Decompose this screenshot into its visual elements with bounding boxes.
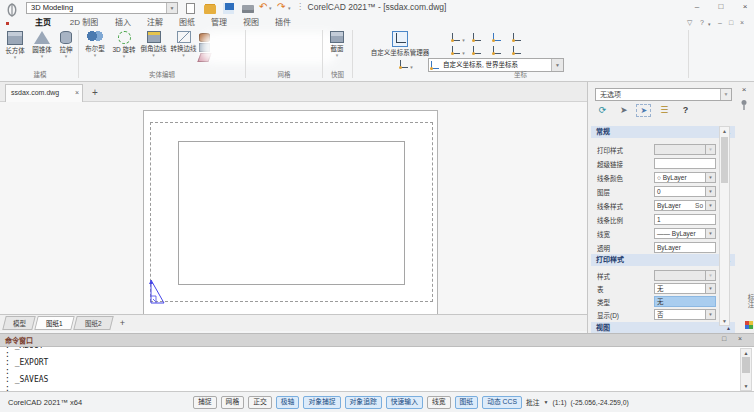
chevron-down-icon[interactable]: ▼ xyxy=(706,200,716,211)
axis-dropdown-icon: ▾ xyxy=(462,50,465,56)
transparency-field[interactable]: ByLayer xyxy=(654,242,716,253)
chevron-down-icon[interactable]: ▼ xyxy=(706,283,716,294)
annotation-label[interactable]: 批注 xyxy=(526,397,540,407)
help-icon[interactable]: ? xyxy=(677,103,694,118)
section-button[interactable]: 截面 ▾ xyxy=(325,31,349,57)
convert-edges-button[interactable]: 转换边线 ▾ xyxy=(169,31,198,57)
cone-button[interactable]: 圆锥体 ▾ xyxy=(29,31,55,58)
boolean-button[interactable]: 布尔型 ▾ xyxy=(81,31,109,57)
chamfer-dropdown-icon: ▾ xyxy=(139,53,168,57)
box-button[interactable]: 长方体 ▾ xyxy=(2,31,28,59)
scroll-up-icon[interactable]: ▲ xyxy=(720,128,729,134)
layer-select[interactable]: 0 xyxy=(654,186,706,197)
toggle-snap[interactable]: 捕捉 xyxy=(193,396,217,409)
ccs-row-1[interactable]: ▾ xyxy=(452,33,521,43)
section-general[interactable]: 常规 ▲ xyxy=(591,126,735,138)
tab-view[interactable]: 视图 xyxy=(236,16,266,30)
chevron-down-icon[interactable]: ▼ xyxy=(706,309,716,320)
refresh-selection-icon[interactable]: ⟳ xyxy=(594,103,611,118)
chevron-down-icon[interactable]: ▼ xyxy=(706,172,716,183)
ccs-manager-button[interactable]: 自定义坐标系管理器 xyxy=(352,31,448,56)
line-color-select[interactable]: ○ ByLayer xyxy=(654,172,706,183)
tab-home[interactable]: 主页 xyxy=(26,16,60,30)
toggle-esnap[interactable]: 对象捕捉 xyxy=(303,396,340,409)
chevron-down-icon[interactable]: ▼ xyxy=(706,186,716,197)
extrude-button[interactable]: 拉伸 ▾ xyxy=(55,31,77,58)
scroll-up-icon[interactable]: ▲ xyxy=(741,350,751,356)
line-style-select[interactable]: ByLayerSo xyxy=(654,200,706,211)
scrollbar-thumb[interactable] xyxy=(742,357,750,373)
row-type: 类型 无 xyxy=(591,296,735,308)
type-field-selected[interactable]: 无 xyxy=(654,296,716,307)
properties-palette: 无选项 ▼ × ⟳ ➤ ➤ ☰ ? 常规 ▲ 打印样式 ▼ 超级链接 线条颜色 … xyxy=(587,82,754,333)
sheet-tab-bar: 模型 图纸1 图纸2 + xyxy=(0,314,587,331)
table-select[interactable]: 无 xyxy=(654,283,706,294)
section-print-style[interactable]: 打印样式 ▲ xyxy=(591,254,735,266)
axis-dropdown-icon: ▾ xyxy=(462,37,465,43)
pointer-icon[interactable]: ➤ xyxy=(615,103,632,118)
chevron-down-icon: ▼ xyxy=(706,144,716,155)
palette-scrollbar[interactable]: ▲ ▼ xyxy=(719,126,730,326)
scrollbar-thumb[interactable] xyxy=(721,137,728,183)
toggle-grid[interactable]: 网格 xyxy=(221,396,245,409)
drawing-canvas[interactable] xyxy=(0,102,587,314)
command-scrollbar[interactable]: ▲ ▼ xyxy=(740,348,752,391)
toggle-polar[interactable]: 极轴 xyxy=(276,396,300,409)
title-bar: 3D Modeling ▼ ↶ ▾ ↷ ▾ ⋮ CorelCAD 2021™ -… xyxy=(0,0,754,16)
window-minimize-button[interactable]: – xyxy=(688,1,706,13)
document-tab-close-icon[interactable]: × xyxy=(75,85,79,101)
scroll-down-icon[interactable]: ▼ xyxy=(720,318,729,324)
help-icon[interactable]: ? xyxy=(700,17,704,28)
new-sheet-button[interactable]: + xyxy=(116,317,129,330)
tab-addons[interactable]: 插件 xyxy=(268,16,298,30)
annotation-dropdown-icon[interactable]: ▼ xyxy=(544,399,549,405)
rotate-3d-button[interactable]: 3D 旋转 ▾ xyxy=(110,31,138,58)
palette-side-tab[interactable]: 标注 xyxy=(745,294,754,309)
palette-colors-icon xyxy=(745,321,753,329)
doc-restore-button[interactable]: □ xyxy=(729,17,733,28)
line-weight-select[interactable]: —— ByLayer xyxy=(654,228,706,239)
window-restore-button[interactable]: □ xyxy=(712,1,730,13)
chamfer-edges-button[interactable]: 倒角边线 ▾ xyxy=(139,31,168,57)
sheet-tab-sheet2[interactable]: 图纸2 xyxy=(73,316,113,330)
window-close-button[interactable]: × xyxy=(736,1,754,13)
tab-sheet[interactable]: 图纸 xyxy=(172,16,202,30)
toggle-ortho[interactable]: 正交 xyxy=(248,396,272,409)
sheet-tab-sheet1[interactable]: 图纸1 xyxy=(34,316,74,330)
line-scale-field[interactable]: 1 xyxy=(654,214,716,225)
tab-insert[interactable]: 插入 xyxy=(108,16,138,30)
ribbon-collapse-icon[interactable]: ▽ xyxy=(687,17,692,28)
new-document-tab-button[interactable]: + xyxy=(88,86,102,100)
tab-annotate[interactable]: 注解 xyxy=(140,16,170,30)
boolean-dropdown-icon: ▾ xyxy=(81,53,109,57)
palette-close-button[interactable]: × xyxy=(738,85,750,96)
command-close-icon[interactable]: × xyxy=(738,335,742,342)
quick-select-icon[interactable]: ☰ xyxy=(656,103,673,118)
selection-filter-select[interactable]: 无选项 ▼ xyxy=(595,88,732,101)
annotation-scale[interactable]: (1:1) xyxy=(553,399,567,406)
document-tab[interactable]: ssdax.com.dwg × xyxy=(5,84,83,102)
display-select[interactable]: 否 xyxy=(654,309,706,320)
command-float-icon[interactable]: □ xyxy=(722,335,726,342)
ccs-row-2[interactable]: ▾ xyxy=(452,46,521,56)
help-dropdown-icon[interactable]: ▾ xyxy=(708,19,711,30)
tab-manage[interactable]: 管理 xyxy=(204,16,234,30)
command-window-titlebar[interactable]: 命令窗口 □ × xyxy=(0,334,754,347)
hyperlink-field[interactable] xyxy=(654,158,716,169)
layout-viewport[interactable] xyxy=(178,141,405,285)
command-history[interactable]: : _ABOUT : : _EXPORT : : _SAVEAS : xyxy=(0,347,738,392)
sheet-tab-model[interactable]: 模型 xyxy=(2,316,35,330)
toggle-dynamic-ccs[interactable]: 动态 CCS xyxy=(482,396,522,409)
scroll-down-icon[interactable]: ▼ xyxy=(741,383,751,389)
chevron-down-icon[interactable]: ▼ xyxy=(706,228,716,239)
pin-icon[interactable] xyxy=(739,99,749,111)
doc-minimize-button[interactable]: – xyxy=(718,17,722,28)
toggle-etrack[interactable]: 对象追踪 xyxy=(345,396,382,409)
toggle-quick-input[interactable]: 快速输入 xyxy=(386,396,423,409)
convert-dropdown-icon: ▾ xyxy=(169,53,198,57)
doc-close-button[interactable]: × xyxy=(740,17,744,28)
toggle-lineweight[interactable]: 线宽 xyxy=(427,396,451,409)
select-entities-icon[interactable]: ➤ xyxy=(636,104,651,117)
toggle-sheet[interactable]: 图纸 xyxy=(455,396,479,409)
tab-2d-drafting[interactable]: 2D 制图 xyxy=(62,16,106,30)
